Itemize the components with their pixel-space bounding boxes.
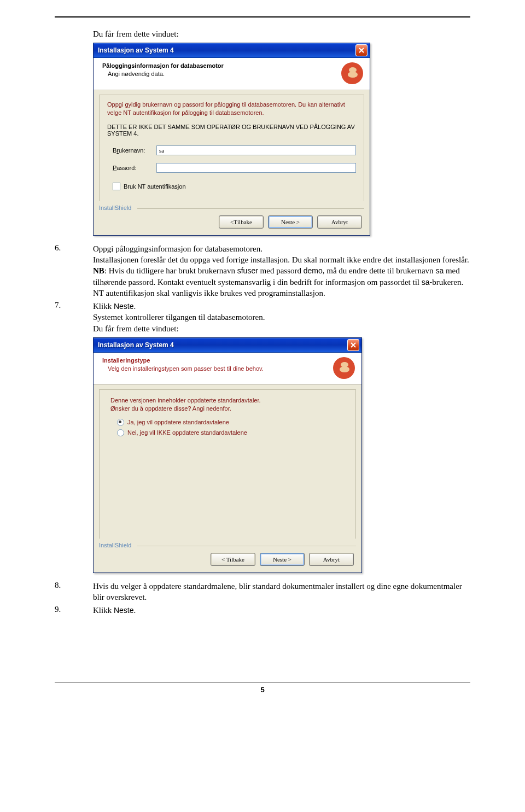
back-button[interactable]: < Tilbake <box>211 553 255 566</box>
dialog1-caps: DETTE ER IKKE DET SAMME SOM OPERATØR OG … <box>107 124 356 137</box>
close-icon[interactable] <box>347 339 359 351</box>
dialog2-screenshot: Installasjon av System 4 Installeringsty… <box>93 337 470 573</box>
coins-icon <box>341 62 363 84</box>
step6-line4: NT autentifikasjon skal vanligvis ikke b… <box>93 288 470 299</box>
radio-icon[interactable] <box>117 429 124 436</box>
password-row: Passord: <box>113 163 356 173</box>
back-button[interactable]: < Tilbake <box>219 215 264 229</box>
username-input[interactable] <box>156 145 356 155</box>
checkbox-icon[interactable] <box>113 183 120 190</box>
step7-line3: Du får frem dette vinduet: <box>93 323 470 334</box>
dialog1-screenshot: Installasjon av System 4 Påloggingsinfor… <box>93 43 470 236</box>
top-rule <box>55 16 470 17</box>
step-8: 8. Hvis du velger å oppdatere standardma… <box>55 581 470 603</box>
installshield-divider: InstallShield <box>99 541 356 548</box>
step6-line2: Installasjonen foreslår det du oppga ved… <box>93 254 470 265</box>
dialog2-titlebar: Installasjon av System 4 <box>94 338 361 353</box>
intro-text: Du får frem dette vinduet: <box>93 28 470 39</box>
next-button[interactable]: Neste > <box>268 215 313 229</box>
cancel-button[interactable]: Avbryt <box>317 215 362 229</box>
dialog2-header-title: Installeringstype <box>102 357 329 364</box>
radio-opt1[interactable]: Ja, jeg vil oppdatere standardavtalene <box>117 419 348 426</box>
dialog1-intro: Oppgi gyldig brukernavn og passord for p… <box>107 101 356 117</box>
next-button[interactable]: Neste > <box>260 553 305 566</box>
nt-auth-row[interactable]: Bruk NT autentifikasjon <box>113 183 356 190</box>
radio-opt2[interactable]: Nei, jeg vil IKKE oppdatere standardavta… <box>117 429 348 436</box>
dialog2-info: Denne versjonen inneholder oppdaterte st… <box>110 396 348 413</box>
dialog1-header-title: Påloggingsinformasjon for databasemotor <box>102 62 337 69</box>
nt-auth-label: Bruk NT autentifikasjon <box>124 183 186 190</box>
dialog2-title: Installasjon av System 4 <box>98 341 347 349</box>
step6-line3: NB: Hvis du tidligere har brukt brukerna… <box>93 265 470 288</box>
username-label: Brukernavn: <box>113 147 156 154</box>
installshield-divider: InstallShield <box>99 203 364 211</box>
step-7: 7. Klikk Neste. Systemet kontrollerer ti… <box>55 301 470 334</box>
dialog1-titlebar: Installasjon av System 4 <box>94 43 370 58</box>
dialog1-header-band: Påloggingsinformasjon for databasemotor … <box>94 58 370 90</box>
dialog2-header-sub: Velg den installeringstypen som passer b… <box>102 365 329 372</box>
password-input[interactable] <box>156 163 356 173</box>
bottom-rule <box>55 682 470 682</box>
page-number: 5 <box>55 686 470 705</box>
coins-icon <box>333 357 355 379</box>
password-label: Passord: <box>113 165 156 171</box>
step-9: 9. Klikk Neste. <box>55 605 470 616</box>
username-row: Brukernavn: <box>113 145 356 155</box>
step8-line1: Hvis du velger å oppdatere standardmalen… <box>93 581 470 603</box>
step-6: 6. Oppgi påloggingsinformasjon for datab… <box>55 243 470 299</box>
step7-line2: Systemet kontrollerer tilgangen til data… <box>93 312 470 323</box>
step9-line1: Klikk Neste. <box>93 605 470 616</box>
radio-icon[interactable] <box>117 419 124 426</box>
dialog2-header-band: Installeringstype Velg den installerings… <box>94 353 361 385</box>
cancel-button[interactable]: Avbryt <box>309 553 354 566</box>
step7-line1: Klikk Neste. <box>93 301 470 312</box>
dialog1-header-sub: Angi nødvendig data. <box>102 71 337 77</box>
step6-line1: Oppgi påloggingsinformasjon for database… <box>93 243 470 254</box>
dialog1-title: Installasjon av System 4 <box>98 46 355 54</box>
close-icon[interactable] <box>355 44 368 56</box>
